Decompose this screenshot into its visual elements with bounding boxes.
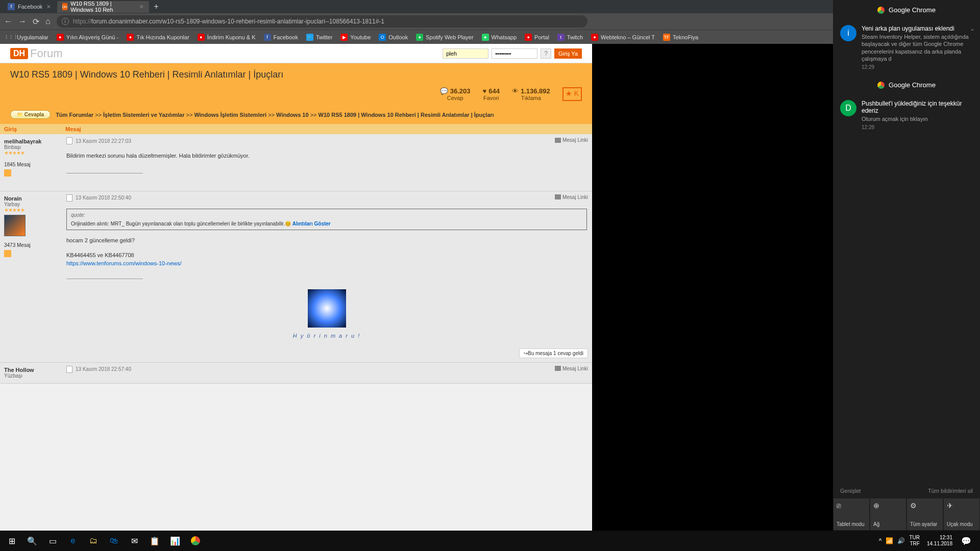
- quote-block: quote: Orijinalden alıntı: MRT_ Bugün ya…: [66, 209, 587, 230]
- bookmark-label: Webtekno – Güncel T: [601, 34, 655, 40]
- tray-chevron-icon[interactable]: ^: [879, 537, 882, 544]
- language-indicator[interactable]: TURTRF: [909, 535, 920, 547]
- message-link-button[interactable]: Mesaj Linki: [555, 137, 588, 143]
- show-quotes-link[interactable]: Alıntıları Göster: [292, 221, 331, 227]
- posts-table-header: Giriş Mesaj: [0, 124, 592, 134]
- tile-label: Tablet modu: [837, 521, 866, 527]
- clear-all-button[interactable]: Tüm bildirimleri sil: [928, 488, 973, 494]
- task-view-button[interactable]: ▭: [43, 531, 62, 550]
- page-title: W10 RS5 1809 | Windows 10 Rehberi | Resi…: [10, 69, 582, 80]
- address-bar[interactable]: i https://forum.donanimhaber.com/w10-rs5…: [57, 15, 587, 28]
- help-button[interactable]: ?: [541, 48, 551, 59]
- breadcrumb-link[interactable]: W10 RS5 1809 | Windows 10 Rehberi | Resi…: [318, 112, 494, 118]
- eye-icon: 👁: [512, 87, 519, 95]
- bookmark-favicon: ⋮⋮⋮: [7, 34, 14, 41]
- back-button[interactable]: ←: [4, 17, 12, 26]
- author-badge-icon: [4, 250, 11, 257]
- bookmark-item[interactable]: tTwitch: [554, 32, 586, 42]
- clock[interactable]: 12:3114.11.2018: [927, 535, 952, 547]
- bookmark-favicon: 🐦: [306, 34, 313, 41]
- bookmark-item[interactable]: ●İndirim Kuponu & K: [194, 32, 259, 42]
- taskbar-app-explorer[interactable]: 🗂: [84, 531, 103, 550]
- bookmark-item[interactable]: fFacebook: [261, 32, 301, 42]
- post-author-panel: The Hollow Yüzbaşı: [0, 363, 61, 383]
- quick-action-tile[interactable]: ⎚Tablet modu: [834, 498, 869, 530]
- reply-button[interactable]: 📁 Cevapla: [10, 110, 51, 119]
- notification[interactable]: i Yeni arka plan uygulaması eklendi Stea…: [833, 20, 980, 75]
- author-name[interactable]: melihalbayrak: [4, 138, 57, 144]
- action-center-button[interactable]: 💬: [957, 531, 976, 550]
- forward-button[interactable]: →: [18, 17, 27, 26]
- forum-post: Norain Yarbay ★★★★★ 3473 Mesaj 13 Kasım …: [0, 191, 592, 363]
- bookmark-item[interactable]: ▶Youtube: [337, 32, 374, 42]
- taskbar-app[interactable]: 📊: [165, 531, 185, 550]
- bookmark-item[interactable]: 🐦Twitter: [303, 32, 335, 42]
- message-link-button[interactable]: Mesaj Linki: [555, 194, 588, 200]
- quick-action-tile[interactable]: ⊕Ağ: [870, 498, 906, 530]
- stat-views: 👁1.136.892 Tıklama: [512, 87, 550, 101]
- site-logo[interactable]: DH Forum: [10, 47, 63, 60]
- pushbullet-icon: D: [840, 100, 856, 116]
- close-icon[interactable]: ×: [139, 3, 143, 11]
- notification[interactable]: D Pushbullet'i yüklediğiniz için teşekkü…: [833, 95, 980, 135]
- bookmark-item[interactable]: ●Tık Hızında Kuponlar: [124, 32, 192, 42]
- taskbar-app-notes[interactable]: 📋: [145, 531, 164, 550]
- bookmark-item[interactable]: ●Portal: [522, 32, 552, 42]
- site-info-icon[interactable]: i: [62, 18, 69, 25]
- start-button[interactable]: ⊞: [2, 531, 21, 550]
- username-input[interactable]: [443, 48, 488, 59]
- expand-button[interactable]: Genişlet: [840, 488, 861, 494]
- password-input[interactable]: [492, 48, 537, 59]
- quick-action-tile[interactable]: ⚙Tüm ayarlar: [907, 498, 943, 530]
- breadcrumb-link[interactable]: Tüm Forumlar: [56, 112, 93, 118]
- tray-volume-icon[interactable]: 🔊: [897, 537, 905, 544]
- taskbar-app-mail[interactable]: ✉: [125, 531, 144, 550]
- bookmark-item[interactable]: ●Yılın Alışveriş Günü -: [54, 32, 122, 42]
- breadcrumb-link[interactable]: Windows 10: [276, 112, 308, 118]
- tab-title: W10 RS5 1809 | Windows 10 Reh: [70, 1, 135, 13]
- close-icon[interactable]: ×: [46, 3, 51, 11]
- taskbar-app-chrome[interactable]: [186, 531, 205, 550]
- reply-count-badge[interactable]: ↪Bu mesaja 1 cevap geldi: [519, 348, 588, 358]
- bookmark-label: Tık Hızında Kuponlar: [136, 34, 189, 40]
- taskbar-app-store[interactable]: 🛍: [104, 531, 124, 550]
- bookmark-favicon: ●: [198, 34, 205, 41]
- post-body: 13 Kasım 2018 22:57:40 Mesaj Linki: [61, 363, 592, 383]
- external-link[interactable]: https://www.tenforums.com/windows-10-new…: [66, 260, 182, 266]
- post-body: 13 Kasım 2018 22:50:40 Mesaj Linki quote…: [61, 191, 592, 362]
- bookmark-label: Yılın Alışveriş Günü -: [66, 34, 119, 40]
- chevron-down-icon[interactable]: ⌄: [970, 25, 975, 32]
- favorite-button[interactable]: ★ K: [562, 87, 582, 101]
- bookmark-item[interactable]: ⋮⋮⋮Uygulamalar: [4, 32, 52, 42]
- message-link-button[interactable]: Mesaj Linki: [555, 366, 588, 371]
- tile-label: Tüm ayarlar: [910, 521, 940, 527]
- taskbar-app-edge[interactable]: e: [63, 531, 83, 550]
- author-name[interactable]: The Hollow: [4, 367, 57, 373]
- facebook-icon: f: [8, 3, 15, 10]
- post-text: hocam 2 güncelleme geldi?: [66, 236, 587, 245]
- breadcrumb-link[interactable]: Windows İşletim Sistemleri: [194, 112, 266, 118]
- bookmark-item[interactable]: ●Spotify Web Player: [413, 32, 476, 42]
- bookmark-item[interactable]: OOutlook: [376, 32, 411, 42]
- search-button[interactable]: 🔍: [22, 531, 42, 550]
- reload-button[interactable]: ⟳: [33, 17, 39, 27]
- notification-title: Pushbullet'i yüklediğiniz için teşekkür …: [862, 100, 973, 114]
- author-name[interactable]: Norain: [4, 195, 57, 202]
- author-avatar[interactable]: [4, 215, 26, 236]
- bookmark-label: TeknoFiya: [673, 34, 698, 40]
- home-button[interactable]: ⌂: [45, 17, 51, 26]
- bookmark-item[interactable]: ●Webtekno – Güncel T: [588, 32, 658, 42]
- browser-tab-active[interactable]: DH W10 RS5 1809 | Windows 10 Reh ×: [57, 1, 149, 13]
- bookmark-item[interactable]: TFTeknoFiya: [660, 32, 701, 42]
- browser-tab[interactable]: f Facebook ×: [3, 1, 56, 13]
- tray-network-icon[interactable]: 📶: [886, 537, 893, 544]
- doc-icon: [66, 137, 72, 144]
- login-button[interactable]: Giriş Ya: [554, 48, 582, 59]
- bookmark-item[interactable]: ●Whatsapp: [479, 32, 520, 42]
- breadcrumb-link[interactable]: İşletim Sistemleri ve Yazılımlar: [103, 112, 184, 118]
- notification-time: 12:28: [862, 124, 973, 130]
- tab-title: Facebook: [18, 4, 42, 10]
- new-tab-button[interactable]: +: [150, 2, 163, 11]
- quick-action-tiles: ⎚Tablet modu⊕Ağ⚙Tüm ayarlar✈Uçak modu: [833, 498, 980, 531]
- quick-action-tile[interactable]: ✈Uçak modu: [944, 498, 979, 530]
